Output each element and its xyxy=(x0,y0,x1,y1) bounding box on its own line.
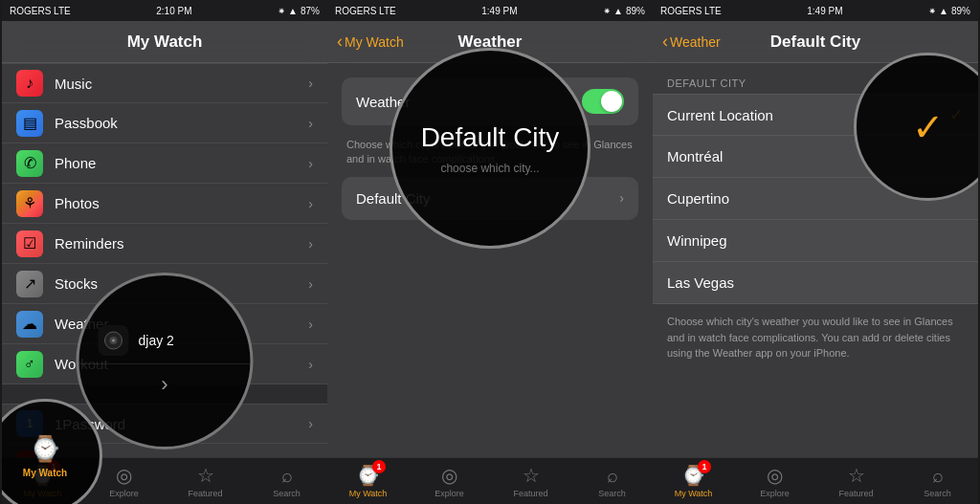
weather-app-icon: ☁ xyxy=(16,311,43,338)
search-tab-icon: ⌕ xyxy=(281,465,293,487)
status-bar-3: ROGERS LTE 1:49 PM ⁕ ▲ 89% xyxy=(653,0,978,21)
wifi-icon-3: ▲ xyxy=(939,6,948,16)
passbook-chevron-icon: › xyxy=(308,116,313,131)
photos-icon: ⚘ xyxy=(16,190,43,217)
s3-spotlight-checkmark-icon: ✓ xyxy=(912,105,945,149)
mywatch3-tab-label: My Watch xyxy=(675,489,713,498)
djay-icon xyxy=(99,325,129,356)
search-tab-label: Search xyxy=(273,489,301,498)
photos-label: Photos xyxy=(55,195,308,211)
city-item-winnipeg[interactable]: Winnipeg xyxy=(653,220,978,262)
carrier-2: ROGERS LTE xyxy=(335,6,396,16)
bluetooth-icon-2: ⁕ xyxy=(603,6,611,16)
phone-label: Phone xyxy=(55,155,308,171)
city-winnipeg-label: Winnipeg xyxy=(667,232,964,249)
explore3-tab-icon: ◎ xyxy=(767,464,783,487)
featured2-tab-label: Featured xyxy=(513,489,547,498)
svg-point-3 xyxy=(112,340,115,342)
mywatch3-badge: 1 xyxy=(698,460,711,473)
djay-label: djay 2 xyxy=(139,333,174,348)
reminders-chevron-icon: › xyxy=(308,236,313,252)
back-label-3: Weather xyxy=(670,34,721,50)
featured-tab-icon: ☆ xyxy=(197,464,214,487)
featured2-tab-icon: ☆ xyxy=(523,464,540,487)
city-lasvegas-label: Las Vegas xyxy=(667,274,964,291)
phone-icon: ✆ xyxy=(16,150,43,177)
nav-bar-1: My Watch xyxy=(2,21,327,63)
tab-search-1[interactable]: ⌕ Search xyxy=(246,465,327,498)
music-label: Music xyxy=(55,76,308,92)
workout-chevron-icon: › xyxy=(308,357,313,372)
stocks-chevron-icon: › xyxy=(308,276,313,292)
music-icon: ♪ xyxy=(16,70,43,97)
stocks-icon: ↗ xyxy=(16,271,43,297)
status-bar-1: ROGERS LTE 2:10 PM ⁕ ▲ 87% xyxy=(2,0,327,21)
1password-chevron-icon: › xyxy=(308,416,313,431)
tab-featured-1[interactable]: ☆ Featured xyxy=(165,464,246,498)
list-item-phone[interactable]: ✆ Phone › xyxy=(2,143,327,184)
passbook-icon: ▤ xyxy=(16,110,43,137)
tab-explore-2[interactable]: ◎ Explore xyxy=(409,464,490,498)
reminders-icon: ☑ xyxy=(16,230,43,257)
back-chevron-icon-2: ‹ xyxy=(337,32,343,52)
watch-spotlight-icon: ⌚ xyxy=(30,434,60,464)
tab-bar-2: ⌚ 1 My Watch ◎ Explore ☆ Featured ⌕ Sear… xyxy=(327,457,653,504)
weather-chevron-icon: › xyxy=(308,317,313,332)
search2-tab-label: Search xyxy=(598,489,626,498)
tab-explore-3[interactable]: ◎ Explore xyxy=(734,464,815,498)
content-1: ♪ Music › ▤ Passbook › ✆ Phone › ⚘ Photo… xyxy=(2,63,327,457)
mywatch2-tab-icon-wrapper: ⌚ 1 xyxy=(356,464,380,487)
status-bar-2: ROGERS LTE 1:49 PM ⁕ ▲ 89% xyxy=(327,0,653,21)
back-button-3[interactable]: ‹ Weather xyxy=(662,32,721,52)
carrier-1: ROGERS LTE xyxy=(10,6,71,16)
tab-featured-2[interactable]: ☆ Featured xyxy=(490,464,571,498)
battery-2: 89% xyxy=(626,6,645,16)
spotlight-arrow-icon: › xyxy=(161,372,167,397)
nav-title-1: My Watch xyxy=(127,33,203,52)
tab-featured-3[interactable]: ☆ Featured xyxy=(815,464,897,498)
weather-toggle[interactable] xyxy=(582,89,624,114)
list-item-music[interactable]: ♪ Music › xyxy=(2,63,327,103)
tab-search-3[interactable]: ⌕ Search xyxy=(897,465,978,498)
search3-tab-label: Search xyxy=(924,489,951,498)
screen1: ROGERS LTE 2:10 PM ⁕ ▲ 87% My Watch ♪ Mu… xyxy=(2,0,327,504)
back-chevron-icon-3: ‹ xyxy=(662,32,668,52)
phone-chevron-icon: › xyxy=(308,156,313,171)
explore2-tab-icon: ◎ xyxy=(441,464,457,487)
featured3-tab-icon: ☆ xyxy=(848,464,865,487)
s2-spotlight-sub: choose which city... xyxy=(421,162,558,175)
tab-mywatch-3[interactable]: ⌚ 1 My Watch xyxy=(653,464,734,498)
watch-spotlight-label: My Watch xyxy=(23,468,67,478)
tab-bar-3: ⌚ 1 My Watch ◎ Explore ☆ Featured ⌕ Sear… xyxy=(653,457,978,504)
tab-search-2[interactable]: ⌕ Search xyxy=(571,465,653,498)
mywatch2-tab-label: My Watch xyxy=(349,489,388,498)
carrier-3: ROGERS LTE xyxy=(660,6,722,16)
mywatch2-badge: 1 xyxy=(372,460,386,473)
featured3-tab-label: Featured xyxy=(838,489,873,498)
screen3: ROGERS LTE 1:49 PM ⁕ ▲ 89% ‹ Weather Def… xyxy=(653,0,978,504)
time-2: 1:49 PM xyxy=(481,6,517,16)
reminders-label: Reminders xyxy=(55,235,308,252)
time-3: 1:49 PM xyxy=(807,6,842,16)
battery-3: 89% xyxy=(951,6,970,16)
workout-icon: ♂ xyxy=(16,351,43,378)
city-item-lasvegas[interactable]: Las Vegas xyxy=(653,262,978,304)
wifi-icon-2: ▲ xyxy=(613,6,623,16)
explore3-tab-label: Explore xyxy=(760,489,790,498)
list-item-reminders[interactable]: ☑ Reminders › xyxy=(2,224,327,264)
toggle-thumb xyxy=(601,91,622,112)
s2-spotlight-text: Default City xyxy=(421,121,560,154)
mywatch3-tab-icon-wrapper: ⌚ 1 xyxy=(681,464,705,487)
back-button-2[interactable]: ‹ My Watch xyxy=(337,32,404,52)
explore2-tab-label: Explore xyxy=(434,489,464,498)
photos-chevron-icon: › xyxy=(308,196,313,211)
tab-mywatch-2[interactable]: ⌚ 1 My Watch xyxy=(327,464,409,498)
cities-description: Choose which city's weather you would li… xyxy=(653,304,978,371)
djay-row: djay 2 xyxy=(79,318,251,364)
explore-tab-label: Explore xyxy=(109,489,139,498)
nav-title-3: Default City xyxy=(770,33,860,52)
list-item-photos[interactable]: ⚘ Photos › xyxy=(2,184,327,224)
search2-tab-icon: ⌕ xyxy=(607,465,618,487)
list-item-passbook[interactable]: ▤ Passbook › xyxy=(2,103,327,143)
bluetooth-icon-3: ⁕ xyxy=(928,6,936,16)
